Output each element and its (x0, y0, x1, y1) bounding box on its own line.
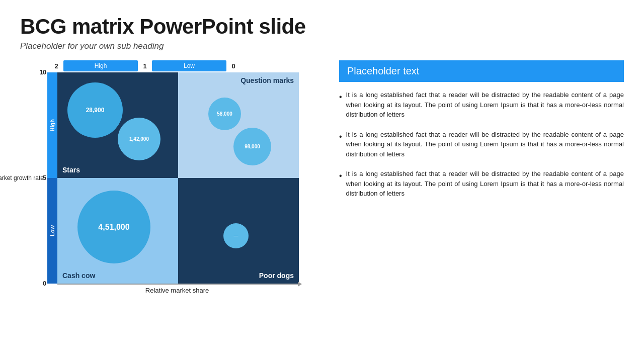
page-title: BCG matrix PowerPoint slide (20, 15, 624, 38)
main-content: 2 High 1 Low 0 Market growth rate 10 5 0 (20, 60, 624, 295)
y-band-labels: High Low (47, 72, 57, 284)
x-tick-2: 2 (49, 62, 63, 70)
questions-label: Question marks (240, 76, 294, 84)
bubble-142000: 1,42,000 (118, 118, 160, 160)
dogs-label: Poor dogs (259, 272, 294, 280)
x-tick-0: 0 (226, 62, 240, 70)
chart-area: Market growth rate 10 5 0 High Low (20, 72, 327, 284)
bullet-text-2: It is a long established fact that a rea… (346, 130, 624, 159)
cell-dogs: Poor dogs — (178, 178, 299, 284)
bubble-98000: 98,000 (233, 128, 271, 165)
x-tick-1: 1 (138, 62, 152, 70)
bullet-text-3: It is a long established fact that a rea… (346, 169, 624, 199)
bullet-dot-2: • (339, 131, 342, 143)
y-tick-5: 5 (43, 175, 46, 181)
y-band-high-label: High (49, 119, 55, 131)
x-axis-title: Relative market share (145, 287, 209, 294)
bubble-451000: 4,51,000 (77, 191, 150, 263)
y-band-low: Low (47, 178, 57, 284)
cash-label: Cash cow (62, 272, 95, 280)
low-label-btn: Low (152, 60, 226, 71)
x-axis-arrow (298, 282, 302, 287)
cell-stars: Stars 28,900 1,42,000 (57, 72, 178, 178)
y-band-high: High (47, 72, 57, 178)
chart-section: 2 High 1 Low 0 Market growth rate 10 5 0 (20, 60, 327, 295)
high-label-btn: High (63, 60, 138, 71)
bullet-dot-1: • (339, 91, 342, 103)
y-tick-0: 0 (43, 281, 46, 287)
y-tick-10: 10 (40, 69, 46, 75)
axis-labels-row: 2 High 1 Low 0 (49, 60, 327, 71)
bullet-item-2: • It is a long established fact that a r… (339, 130, 624, 159)
y-axis-container: Market growth rate 10 5 0 (20, 72, 46, 284)
matrix-bottom-row: Cash cow 4,51,000 Poor dogs — (57, 178, 299, 284)
bullet-item-1: • It is a long established fact that a r… (339, 90, 624, 120)
y-band-low-label: Low (49, 225, 55, 236)
cell-cash: Cash cow 4,51,000 (57, 178, 178, 284)
bullet-item-3: • It is a long established fact that a r… (339, 169, 624, 199)
bubble-28900: 28,900 (67, 82, 123, 138)
panel-header: Placeholder text (339, 60, 624, 82)
bullet-dot-3: • (339, 170, 342, 182)
bullet-text-1: It is a long established fact that a rea… (346, 90, 624, 120)
page-subtitle: Placeholder for your own sub heading (20, 41, 624, 51)
matrix-grid: Stars 28,900 1,42,000 Question marks 58,… (57, 72, 299, 284)
bubble-58000: 58,000 (208, 98, 241, 130)
bubble-small: — (223, 223, 249, 248)
matrix-top-row: Stars 28,900 1,42,000 Question marks 58,… (57, 72, 299, 178)
cell-questions: Question marks 58,000 98,000 (178, 72, 299, 178)
stars-label: Stars (62, 166, 80, 174)
right-panel: Placeholder text • It is a long establis… (339, 60, 624, 209)
